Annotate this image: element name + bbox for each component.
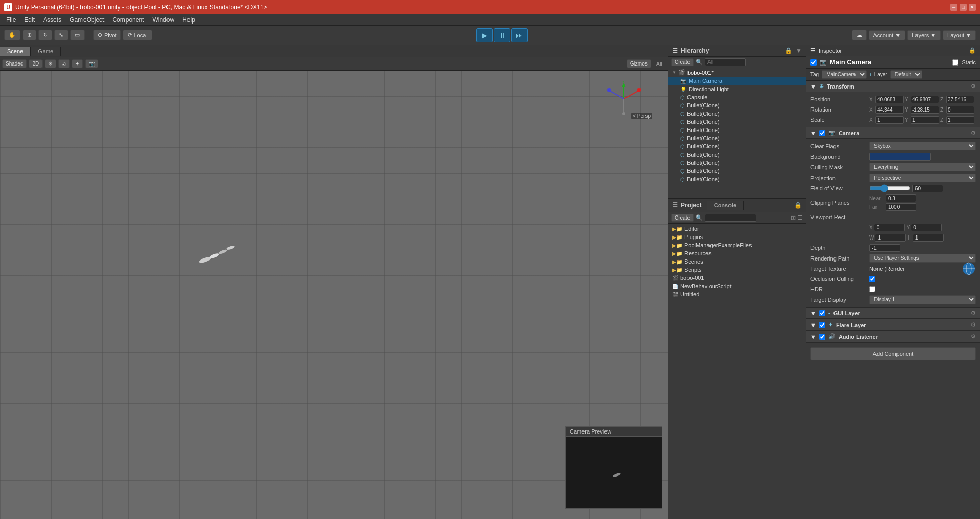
vp-h-input[interactable] (913, 234, 944, 242)
proj-item-resources[interactable]: ▶📁 Resources (668, 249, 806, 257)
layout-button[interactable]: Layout ▼ (943, 30, 976, 40)
occlusion-checkbox[interactable] (869, 276, 875, 282)
scale-z-input[interactable] (946, 116, 974, 124)
play-button[interactable]: ▶ (476, 28, 493, 42)
proj-item-plugins[interactable]: ▶📁 Plugins (668, 233, 806, 241)
scale-y-input[interactable] (911, 116, 939, 124)
gizmos-button[interactable]: Gizmos (627, 59, 651, 68)
shading-button[interactable]: Shaded (2, 59, 27, 68)
minimize-button[interactable]: ─ (950, 4, 957, 11)
proj-item-untitled[interactable]: 🎬 Untitled (668, 290, 806, 298)
tab-scene[interactable]: Scene (0, 47, 31, 56)
hier-item-bullet9[interactable]: ⬡ Bullet(Clone) (668, 167, 806, 175)
layers-button[interactable]: Layers ▼ (907, 30, 941, 40)
gui-layer-header[interactable]: ▼ ▪ GUI Layer ⚙ (806, 308, 980, 319)
near-input[interactable] (886, 194, 916, 202)
hier-item-bullet3[interactable]: ⬡ Bullet(Clone) (668, 118, 806, 126)
menu-window[interactable]: Window (148, 15, 178, 25)
fov-slider[interactable] (869, 184, 910, 192)
background-color-swatch[interactable] (869, 153, 931, 161)
depth-input[interactable] (869, 244, 900, 252)
hier-item-bullet1[interactable]: ⬡ Bullet(Clone) (668, 101, 806, 110)
transform-header[interactable]: ▼ ⊕ Transform ⚙ (806, 81, 980, 92)
hier-item-bullet2[interactable]: ⬡ Bullet(Clone) (668, 110, 806, 118)
scale-x-input[interactable] (875, 116, 904, 124)
fov-input[interactable] (912, 185, 943, 192)
hier-item-bullet8[interactable]: ⬡ Bullet(Clone) (668, 159, 806, 167)
hier-item-bullet7[interactable]: ⬡ Bullet(Clone) (668, 150, 806, 159)
tab-game[interactable]: Game (31, 47, 61, 56)
camera-button[interactable]: 📷 (85, 59, 98, 68)
audio-listener-header[interactable]: ▼ 🔊 Audio Listener ⚙ (806, 331, 980, 342)
account-button[interactable]: Account ▼ (869, 30, 906, 40)
culling-mask-dropdown[interactable]: Everything (869, 163, 976, 171)
rot-x-input[interactable] (875, 106, 904, 114)
cloud-button[interactable]: ☁ (852, 30, 867, 40)
hier-item-root[interactable]: ▼ 🎬 bobo-001* (668, 68, 806, 77)
flare-layer-header[interactable]: ▼ ✦ Flare Layer ⚙ (806, 319, 980, 331)
hierarchy-search-input[interactable] (705, 58, 746, 66)
audio-button[interactable]: ♫ (58, 59, 70, 68)
proj-item-poolmgr[interactable]: ▶📁 PoolManagerExampleFiles (668, 241, 806, 249)
lighting-button[interactable]: ☀ (45, 59, 56, 68)
vp-w-input[interactable] (875, 234, 906, 242)
camera-enabled-checkbox[interactable] (819, 130, 825, 136)
rot-z-input[interactable] (946, 106, 974, 114)
rotate-tool-button[interactable]: ↻ (38, 30, 52, 40)
console-tab[interactable]: Console (707, 201, 744, 210)
gui-layer-checkbox[interactable] (819, 310, 825, 316)
project-create-button[interactable]: Create (671, 214, 694, 222)
pos-x-input[interactable] (875, 96, 904, 103)
proj-item-scripts[interactable]: ▶📁 Scripts (668, 266, 806, 274)
scene-canvas[interactable]: y x z < Persp Camera Preview (0, 71, 668, 519)
hier-item-bullet10[interactable]: ⬡ Bullet(Clone) (668, 175, 806, 183)
far-input[interactable] (886, 203, 916, 211)
pos-z-input[interactable] (946, 96, 974, 103)
proj-item-scenes[interactable]: ▶📁 Scenes (668, 257, 806, 266)
vp-x-input[interactable] (874, 224, 905, 231)
scale-tool-button[interactable]: ⤡ (54, 30, 68, 40)
hier-item-bullet4[interactable]: ⬡ Bullet(Clone) (668, 126, 806, 134)
layer-dropdown[interactable]: Default (890, 70, 922, 79)
proj-item-newbehaviour[interactable]: 📄 NewBehaviourScript (668, 282, 806, 290)
hierarchy-create-button[interactable]: Create (671, 58, 694, 66)
vp-y-input[interactable] (911, 224, 942, 231)
add-component-button[interactable]: Add Component (810, 347, 976, 360)
hier-item-capsule[interactable]: ⬡ Capsule (668, 93, 806, 101)
pivot-button[interactable]: ⊙ Pivot (93, 30, 121, 40)
local-button[interactable]: ⟳ Local (123, 30, 152, 40)
rendering-dropdown[interactable]: Use Player Settings (869, 254, 976, 263)
rect-tool-button[interactable]: ▭ (70, 30, 85, 40)
hier-item-dirlight[interactable]: 💡 Directional Light (668, 85, 806, 93)
static-checkbox[interactable] (952, 59, 958, 66)
proj-item-bobo001[interactable]: 🎬 bobo-001 (668, 274, 806, 282)
menu-gameobject[interactable]: GameObject (66, 15, 108, 25)
camera-header[interactable]: ▼ 📷 Camera ⚙ (806, 127, 980, 139)
flare-layer-checkbox[interactable] (819, 322, 825, 328)
close-button[interactable]: ✕ (969, 4, 976, 11)
proj-item-editor[interactable]: ▶📁 Editor (668, 225, 806, 233)
hier-item-bullet6[interactable]: ⬡ Bullet(Clone) (668, 142, 806, 150)
menu-assets[interactable]: Assets (39, 15, 66, 25)
clear-flags-dropdown[interactable]: Skybox (869, 142, 976, 150)
hier-item-maincam[interactable]: 📷 Main Camera (668, 77, 806, 85)
step-button[interactable]: ⏭ (511, 28, 528, 42)
move-tool-button[interactable]: ⊕ (23, 30, 36, 40)
hier-item-bullet5[interactable]: ⬡ Bullet(Clone) (668, 134, 806, 142)
menu-help[interactable]: Help (178, 15, 199, 25)
menu-edit[interactable]: Edit (20, 15, 39, 25)
tag-dropdown[interactable]: MainCamera (822, 70, 867, 79)
2d-button[interactable]: 2D (29, 59, 43, 68)
project-search-input[interactable] (705, 214, 756, 222)
maximize-button[interactable]: □ (960, 4, 967, 11)
rot-y-input[interactable] (911, 106, 939, 114)
object-active-checkbox[interactable] (810, 59, 817, 66)
pause-button[interactable]: ⏸ (494, 28, 510, 42)
projection-dropdown[interactable]: Perspective (869, 174, 976, 182)
audio-listener-enabled-checkbox[interactable] (819, 334, 825, 340)
menu-file[interactable]: File (2, 15, 20, 25)
effects-button[interactable]: ✦ (72, 59, 83, 68)
hand-tool-button[interactable]: ✋ (4, 30, 20, 40)
menu-component[interactable]: Component (108, 15, 148, 25)
target-display-dropdown[interactable]: Display 1 (869, 295, 976, 304)
